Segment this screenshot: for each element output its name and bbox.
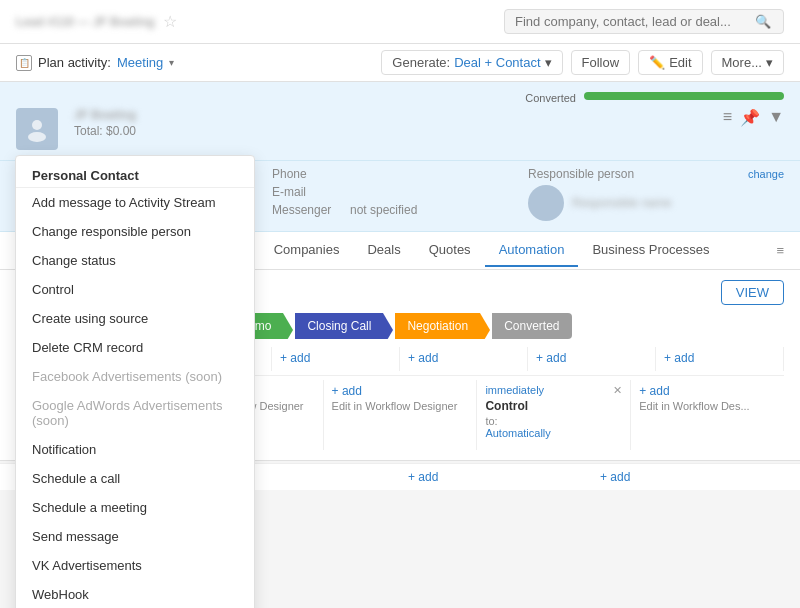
immediately-link-4[interactable]: immediately bbox=[485, 384, 544, 397]
tab-business-processes[interactable]: Business Processes bbox=[578, 234, 723, 267]
tab-deals[interactable]: Deals bbox=[353, 234, 414, 267]
add-small-3[interactable]: + add bbox=[332, 384, 469, 398]
change-responsible-link[interactable]: change bbox=[748, 168, 784, 180]
converted-label: Converted bbox=[525, 92, 576, 104]
tab-companies[interactable]: Companies bbox=[260, 234, 354, 267]
edit-icon: ✏️ bbox=[649, 55, 665, 70]
contact-col: Phone E-mail Messenger not specified bbox=[272, 167, 528, 221]
auto-cell-3: + add Edit in Workflow Designer bbox=[324, 380, 478, 450]
tab-automation[interactable]: Automation bbox=[485, 234, 579, 267]
add-cell-5[interactable]: + add bbox=[528, 347, 656, 371]
generate-dropdown-icon[interactable]: ▾ bbox=[545, 55, 552, 70]
edit-button[interactable]: ✏️ Edit bbox=[638, 50, 702, 75]
menu-item-facebook: Facebook Advertisements (soon) bbox=[16, 362, 254, 391]
list-view-icon[interactable]: ≡ bbox=[723, 108, 732, 127]
collapse-icon[interactable]: ▼ bbox=[768, 108, 784, 127]
auto-cell-4-header: immediately ✕ bbox=[485, 384, 622, 397]
menu-item-send-message[interactable]: Send message bbox=[16, 522, 254, 551]
edit-label: Edit bbox=[669, 55, 691, 70]
generate-type: Deal + Contact bbox=[454, 55, 540, 70]
add-cell-3[interactable]: + add bbox=[272, 347, 400, 371]
follow-label: Follow bbox=[582, 55, 620, 70]
control-title: Control bbox=[485, 399, 622, 413]
close-icon-4[interactable]: ✕ bbox=[613, 384, 622, 397]
menu-item-change-status[interactable]: Change status bbox=[16, 246, 254, 275]
responsible-col: Responsible person change Responsible na… bbox=[528, 167, 784, 221]
contact-card-actions: ≡ 📌 ▼ bbox=[723, 108, 784, 127]
menu-item-schedule-call[interactable]: Schedule a call bbox=[16, 464, 254, 493]
phone-item: Phone bbox=[272, 167, 528, 181]
more-label: More... bbox=[722, 55, 762, 70]
toolbar-left: 📋 Plan activity: Meeting ▾ bbox=[16, 55, 174, 71]
search-input[interactable] bbox=[515, 14, 755, 29]
menu-item-notification[interactable]: Notification bbox=[16, 435, 254, 464]
toolbar: 📋 Plan activity: Meeting ▾ Generate: Dea… bbox=[0, 44, 800, 82]
star-icon[interactable]: ☆ bbox=[163, 12, 177, 31]
activity-type[interactable]: Meeting bbox=[117, 55, 163, 70]
messenger-label: Messenger bbox=[272, 203, 342, 217]
email-label: E-mail bbox=[272, 185, 342, 199]
messenger-item: Messenger not specified bbox=[272, 203, 528, 217]
svg-point-0 bbox=[32, 120, 42, 130]
contact-card-body: JF Boating Total: $0.00 ≡ 📌 ▼ bbox=[16, 108, 784, 150]
menu-item-schedule-meeting[interactable]: Schedule a meeting bbox=[16, 493, 254, 522]
more-dropdown-icon[interactable]: ▾ bbox=[766, 55, 773, 70]
bottom-add-3[interactable]: + add bbox=[400, 470, 592, 484]
edit-workflow-5: Edit in Workflow Des... bbox=[639, 400, 776, 412]
page-title: Lead #110 — JF Boating bbox=[16, 15, 155, 29]
stage-converted-label: Converted bbox=[504, 319, 559, 333]
email-item: E-mail bbox=[272, 185, 528, 199]
menu-item-change-responsible[interactable]: Change responsible person bbox=[16, 217, 254, 246]
toolbar-right: Generate: Deal + Contact ▾ Follow ✏️ Edi… bbox=[381, 50, 784, 75]
menu-item-webhook[interactable]: WebHook bbox=[16, 580, 254, 608]
add-cell-6[interactable]: + add bbox=[656, 347, 784, 371]
contact-info: JF Boating Total: $0.00 bbox=[74, 108, 707, 138]
contact-name: JF Boating bbox=[74, 108, 707, 122]
activity-dropdown-icon[interactable]: ▾ bbox=[169, 57, 174, 68]
menu-item-google: Google AdWords Advertisements (soon) bbox=[16, 391, 254, 435]
generate-label: Generate: bbox=[392, 55, 450, 70]
add-small-5[interactable]: + add bbox=[639, 384, 776, 398]
add-cell-4[interactable]: + add bbox=[400, 347, 528, 371]
phone-label: Phone bbox=[272, 167, 342, 181]
follow-button[interactable]: Follow bbox=[571, 50, 631, 75]
stage-negotiation[interactable]: Negotiation bbox=[395, 313, 480, 339]
pin-icon[interactable]: 📌 bbox=[740, 108, 760, 127]
responsible-label: Responsible person bbox=[528, 167, 634, 181]
responsible-name: Responsible name bbox=[572, 196, 671, 210]
menu-item-delete[interactable]: Delete CRM record bbox=[16, 333, 254, 362]
to-label-4: to: bbox=[485, 415, 622, 427]
search-icon[interactable]: 🔍 bbox=[755, 14, 771, 29]
converted-bar-row: Converted bbox=[16, 92, 784, 104]
calendar-icon: 📋 bbox=[16, 55, 32, 71]
more-button[interactable]: More... ▾ bbox=[711, 50, 784, 75]
menu-item-vk[interactable]: VK Advertisements bbox=[16, 551, 254, 580]
responsible-avatar bbox=[528, 185, 564, 221]
to-value-4: Automatically bbox=[485, 427, 622, 439]
context-menu: Personal Contact Add message to Activity… bbox=[15, 155, 255, 608]
tab-quotes[interactable]: Quotes bbox=[415, 234, 485, 267]
auto-cell-5: + add Edit in Workflow Des... bbox=[631, 380, 784, 450]
messenger-value: not specified bbox=[350, 203, 417, 217]
bottom-add-4[interactable]: + add bbox=[592, 470, 784, 484]
menu-item-create-source[interactable]: Create using source bbox=[16, 304, 254, 333]
converted-bar bbox=[584, 92, 784, 100]
svg-point-1 bbox=[28, 132, 46, 142]
stage-blue-label: Closing Call bbox=[307, 319, 371, 333]
table-menu-icon[interactable]: ≡ bbox=[768, 243, 784, 258]
avatar bbox=[16, 108, 58, 150]
stage-orange-label: Negotiation bbox=[407, 319, 468, 333]
header: Lead #110 — JF Boating ☆ 🔍 bbox=[0, 0, 800, 44]
header-left: Lead #110 — JF Boating ☆ bbox=[16, 12, 177, 31]
contact-total: Total: $0.00 bbox=[74, 124, 707, 138]
stage-converted[interactable]: Converted bbox=[492, 313, 572, 339]
plan-activity-label: Plan activity: bbox=[38, 55, 111, 70]
tabs: Contacts Companies Deals Quotes Automati… bbox=[180, 234, 723, 267]
context-menu-header: Personal Contact bbox=[16, 160, 254, 188]
menu-item-add-message[interactable]: Add message to Activity Stream bbox=[16, 188, 254, 217]
generate-button[interactable]: Generate: Deal + Contact ▾ bbox=[381, 50, 562, 75]
view-button[interactable]: VIEW bbox=[721, 280, 784, 305]
search-bar[interactable]: 🔍 bbox=[504, 9, 784, 34]
menu-item-control[interactable]: Control bbox=[16, 275, 254, 304]
stage-closing-call[interactable]: Closing Call bbox=[295, 313, 383, 339]
